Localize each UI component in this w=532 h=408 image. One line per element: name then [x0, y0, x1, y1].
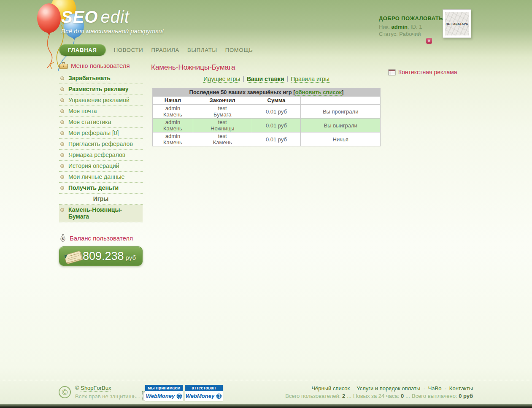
nav-item-help[interactable]: ПОМОЩЬ — [225, 47, 253, 53]
copyright-line: © ShopForBux — [75, 385, 151, 391]
nav-item-rules[interactable]: ПРАВИЛА — [151, 47, 179, 53]
webmoney-accept-badge[interactable]: мы принимаем WebMoney — [145, 385, 183, 401]
starter-cell: adminКамень — [153, 119, 193, 132]
page: SEOedit Всё для максимальной раскрутки! … — [0, 0, 532, 408]
footer-link-blacklist[interactable]: Чёрный список — [311, 385, 350, 392]
sidebar-item-operation-history[interactable]: История операций — [59, 161, 143, 172]
amount-cell: 0.01 руб — [252, 132, 301, 146]
welcome-title: ДОБРО ПОЖАЛОВАТЬ — [379, 15, 443, 22]
refresh-list-link[interactable]: обновить список — [295, 89, 342, 96]
bullet-icon — [60, 164, 64, 168]
sidebar-item-my-referrals[interactable]: Мои рефералы [0] — [59, 128, 143, 139]
bullet-icon — [60, 186, 64, 190]
logo-tagline: Всё для максимальной раскрутки! — [61, 27, 164, 35]
tab-game-rules[interactable]: Правила игры — [291, 76, 329, 83]
balance-amount: 809.238 — [83, 250, 124, 262]
user-status: Рабочий — [399, 31, 421, 37]
sidebar: Меню пользователя Зарабатывать Разместит… — [59, 62, 143, 266]
bottom-shadow-band — [0, 404, 532, 408]
bullet-icon — [60, 109, 64, 113]
shopforbux-link[interactable]: ShopForBux — [81, 385, 111, 392]
finisher-cell: testКамень — [193, 132, 252, 146]
sidebar-item-my-stats[interactable]: Моя статистика — [59, 117, 143, 128]
close-icon[interactable]: × — [426, 38, 432, 44]
footer-link-faq[interactable]: ЧаВо — [428, 385, 442, 392]
briefcase-icon — [59, 62, 68, 69]
table-header-row: Начал Закончил Сумма — [153, 97, 381, 105]
tab-running-games[interactable]: Идущие игры — [203, 76, 240, 83]
starter-cell: adminКамень — [153, 105, 193, 119]
webmoney-certified-badge[interactable]: аттестован WebMoney — [185, 385, 223, 401]
stat-new-24h: 0 — [401, 393, 404, 399]
sidebar-item-referral-market[interactable]: Ярмарка рефералов — [59, 150, 143, 161]
bullet-icon — [60, 87, 64, 91]
bullet-icon — [60, 175, 64, 179]
table-row: adminКамень testКамень 0.01 руб Ничья — [153, 132, 381, 146]
sidebar-item-personal-data[interactable]: Мои личные данные — [59, 172, 143, 183]
copyright-note-line: Всех прав не защитишь... — [75, 392, 151, 400]
main-nav: ГЛАВНАЯ НОВОСТИ ПРАВИЛА ВЫПЛАТЫ ПОМОЩЬ — [59, 44, 253, 56]
bullet-icon — [60, 153, 64, 157]
table-row: adminКамень testНожницы 0.01 руб Вы выиг… — [153, 119, 381, 132]
red-balloon-icon — [37, 3, 61, 33]
user-menu-title: Меню пользователя — [59, 62, 143, 69]
footer-divider — [0, 380, 532, 380]
sidebar-item-withdraw[interactable]: Получить деньги — [59, 183, 143, 194]
column-header-finished: Закончил — [193, 97, 252, 105]
sidebar-item-my-mail[interactable]: Моя почта — [59, 106, 143, 117]
finisher-cell: testНожницы — [193, 119, 252, 132]
column-header-result — [301, 97, 381, 105]
sidebar-item-manage-ads[interactable]: Управление рекламой — [59, 95, 143, 106]
logo-title: SEOedit — [61, 8, 164, 26]
footer-link-services[interactable]: Услуги и порядок оплаты — [356, 385, 420, 392]
welcome-status-row: Статус: Рабочий — [379, 31, 443, 37]
footer-right: Чёрный списокУслуги и порядок оплаты·ЧаВ… — [285, 385, 473, 399]
page-title: Камень-Ножницы-Бумага — [151, 63, 235, 72]
balance-currency: руб — [126, 254, 136, 261]
user-nick: admin — [392, 24, 408, 30]
result-cell: Вы проиграли — [301, 105, 381, 119]
sidebar-section-games: Игры — [59, 194, 143, 205]
context-ad-label: Контекстная реклама — [398, 69, 457, 76]
webmoney-brand: WebMoney — [146, 393, 175, 399]
amount-cell: 0.01 руб — [252, 105, 301, 119]
ad-grid-icon — [388, 69, 396, 76]
copyright-block: © ShopForBux Всех прав не защитишь... — [75, 385, 151, 400]
nav-item-news[interactable]: НОВОСТИ — [114, 47, 143, 53]
sidebar-item-earn[interactable]: Зарабатывать — [59, 73, 143, 84]
sidebar-item-invite-referrals[interactable]: Пригласить рефералов — [59, 139, 143, 150]
user-menu: Зарабатывать Разместить рекламу Управлен… — [59, 73, 143, 222]
money-bag-icon: $ — [59, 234, 67, 242]
stat-total-users: 2 — [342, 393, 345, 399]
avatar: НЕТ АВАТАРА — [443, 9, 471, 38]
bullet-icon — [60, 131, 64, 135]
game-tabs: Идущие игры|Ваши ставки|Правила игры — [152, 76, 381, 82]
context-ad-header: Контекстная реклама — [388, 69, 457, 76]
webmoney-brand: WebMoney — [186, 393, 214, 399]
starter-cell: adminКамень — [153, 132, 193, 146]
user-menu-title-label: Меню пользователя — [71, 62, 130, 69]
table-caption: Последние 50 ваших завершёных игр [обнов… — [153, 89, 381, 97]
webmoney-globe-icon — [176, 393, 182, 399]
no-avatar-placeholder: НЕТ АВАТАРА — [445, 12, 469, 35]
finished-games-table: Последние 50 ваших завершёных игр [обнов… — [152, 88, 381, 146]
sidebar-item-rock-paper-scissors[interactable]: Камень-Ножницы-Бумага — [59, 205, 143, 222]
footer-links: Чёрный списокУслуги и порядок оплаты·ЧаВ… — [285, 385, 473, 392]
table-row: adminКамень testБумага 0.01 руб Вы проиг… — [153, 105, 381, 119]
column-header-started: Начал — [153, 97, 193, 105]
result-cell: Вы выиграли — [301, 119, 381, 132]
site-logo[interactable]: SEOedit Всё для максимальной раскрутки! — [61, 8, 164, 35]
balance-title-label: Баланс пользователя — [70, 235, 133, 242]
table-caption-row: Последние 50 ваших завершёных игр [обнов… — [153, 89, 381, 97]
column-header-amount: Сумма — [252, 97, 301, 105]
nav-item-payouts[interactable]: ВЫПЛАТЫ — [187, 47, 217, 53]
welcome-nick-row: Ник: admin, ID: 1 — [379, 24, 443, 30]
footer-link-contacts[interactable]: Контакты — [449, 385, 473, 392]
sidebar-item-place-ads[interactable]: Разместить рекламу — [59, 84, 143, 95]
tab-your-bets[interactable]: Ваши ставки — [247, 76, 284, 83]
stat-total-paid: 0 руб — [459, 393, 473, 399]
footer-stats: Всего пользователей: 2...Новых за 24 час… — [285, 393, 473, 399]
balance-button[interactable]: 809.238руб — [59, 246, 143, 266]
bullet-icon — [60, 208, 64, 212]
nav-item-home[interactable]: ГЛАВНАЯ — [59, 44, 106, 56]
